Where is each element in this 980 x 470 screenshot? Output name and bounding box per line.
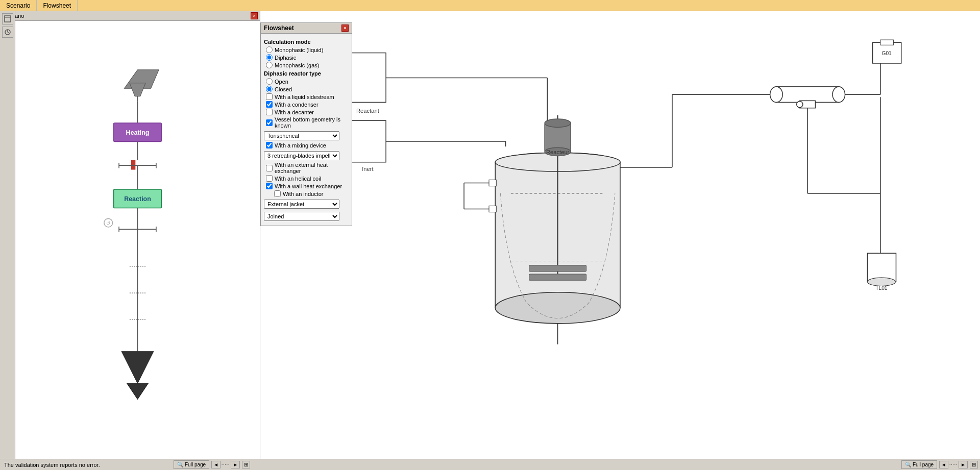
full-page-button-left[interactable]: 🔍 Full page	[174, 460, 209, 469]
scenario-close-button[interactable]: ×	[251, 12, 258, 19]
svg-rect-57	[880, 40, 893, 45]
mixing-device-check[interactable]	[266, 142, 273, 149]
open-label: Open	[275, 79, 288, 85]
helical-coil-label: With an helical coil	[275, 176, 321, 182]
diphasic-type-group: Open Closed	[266, 78, 349, 92]
svg-rect-51	[776, 87, 839, 103]
open-row: Open	[266, 78, 349, 85]
inductor-row: With an inductor	[274, 190, 349, 197]
page-dots-right: ·····	[949, 462, 958, 467]
full-page-button-right[interactable]: 🔍 Full page	[901, 460, 937, 469]
svg-marker-7	[130, 83, 145, 96]
inert-label: Inert	[362, 166, 374, 172]
flowsheet-panel: Reactant Inert	[260, 11, 980, 459]
svg-line-4	[8, 32, 9, 33]
zoom-icon-left: 🔍	[177, 462, 183, 467]
status-right-controls: 🔍 Full page ◄ ····· ► ⊞	[901, 460, 980, 469]
svg-point-44	[545, 119, 571, 127]
svg-rect-70	[489, 206, 496, 212]
inductor-check[interactable]	[274, 190, 281, 197]
monophasic-liquid-label: Monophasic (liquid)	[275, 47, 323, 53]
svg-rect-69	[489, 180, 496, 186]
next-page-left[interactable]: ►	[231, 461, 240, 468]
calc-mode-label: Calculation mode	[264, 39, 349, 45]
liquid-sidestream-check[interactable]	[266, 93, 273, 100]
title-bar: Scenario Flowsheet	[0, 0, 980, 11]
open-radio[interactable]	[266, 78, 273, 85]
condenser-label: With a condenser	[275, 102, 318, 108]
diphasic-label: Diphasic	[275, 55, 296, 61]
monophasic-gas-row: Monophasic (gas)	[266, 62, 349, 68]
decanter-label: With a decanter	[275, 109, 314, 115]
monophasic-gas-radio[interactable]	[266, 62, 273, 68]
main-container: Scenario ×	[0, 11, 980, 459]
jacket-dropdown[interactable]: External jacket Half-pipe jacket	[264, 200, 339, 209]
decanter-check[interactable]	[266, 109, 273, 115]
wall-heat-check[interactable]	[266, 183, 273, 189]
svg-rect-46	[529, 265, 586, 271]
closed-radio[interactable]	[266, 86, 273, 92]
options-group: With a liquid sidestream With a condense…	[266, 93, 349, 129]
external-heat-row: With an external heat exchanger	[266, 162, 349, 174]
monophasic-gas-label: Monophasic (gas)	[275, 62, 319, 68]
reactant-label: Reactant	[356, 108, 380, 114]
flowsheet-settings-body: Calculation mode Monophasic (liquid) Dip…	[261, 34, 352, 226]
diphasic-radio[interactable]	[266, 54, 273, 61]
flowsheet-settings-title: Flowsheet	[264, 24, 294, 32]
mixing-group: With a mixing device	[266, 142, 349, 149]
next-page-right[interactable]: ►	[959, 461, 968, 468]
svg-rect-31	[350, 120, 386, 162]
svg-point-63	[797, 101, 803, 107]
page-nav-right: ◄ ····· ►	[939, 461, 968, 468]
mixing-device-label: With a mixing device	[275, 142, 326, 149]
mixing-device-row: With a mixing device	[266, 142, 349, 149]
svg-marker-28	[127, 383, 149, 399]
external-heat-check[interactable]	[266, 165, 273, 171]
flowsheet-settings-panel: Flowsheet × Calculation mode Monophasic …	[260, 22, 352, 226]
svg-point-53	[832, 87, 845, 103]
prev-page-right[interactable]: ◄	[939, 461, 948, 468]
diphasic-type-label: Diphasic reactor type	[264, 70, 349, 77]
g01-label-text: G01	[881, 51, 892, 56]
flowsheet-settings-header: Flowsheet ×	[261, 23, 352, 34]
helical-coil-check[interactable]	[266, 175, 273, 182]
svg-text:↺: ↺	[106, 220, 110, 226]
svg-marker-27	[121, 352, 153, 383]
closed-row: Closed	[266, 86, 349, 92]
monophasic-liquid-radio[interactable]	[266, 46, 273, 53]
svg-rect-0	[5, 16, 11, 22]
helical-coil-row: With an helical coil	[266, 175, 349, 182]
svg-rect-47	[529, 274, 586, 280]
scenario-diagram: Heating Reaction ↺	[15, 21, 260, 459]
status-bottom-left: 🔍 Full page ◄ ····· ► ⊞	[174, 460, 250, 469]
page-dots-left: ·····	[222, 462, 230, 467]
flowsheet-settings-close[interactable]: ×	[341, 24, 349, 32]
svg-rect-30	[350, 53, 386, 103]
condenser-check[interactable]	[266, 101, 273, 108]
wall-heat-label: With a wall heat exchanger	[275, 183, 342, 189]
inductor-label: With an inductor	[283, 191, 323, 197]
page-nav-left: ◄ ····· ►	[211, 461, 240, 468]
sidebar-btn-2[interactable]	[2, 27, 13, 38]
flowsheet-diagram: Reactant Inert	[260, 11, 980, 459]
flowsheet-title-tab: Flowsheet	[37, 0, 78, 11]
expand-btn-right[interactable]: ⊞	[970, 461, 978, 468]
vessel-bottom-label: Vessel bottom geometry is known	[275, 116, 349, 129]
vessel-bottom-check[interactable]	[266, 119, 273, 126]
heat-exchanger-group: With an external heat exchanger With an …	[266, 162, 349, 197]
diphasic-row: Diphasic	[266, 54, 349, 61]
calc-mode-group: Monophasic (liquid) Diphasic Monophasic …	[266, 46, 349, 68]
liquid-sidestream-row: With a liquid sidestream	[266, 93, 349, 100]
joined-dropdown[interactable]: Joined Welded Bolted	[264, 212, 339, 221]
condenser-row: With a condenser	[266, 101, 349, 108]
sidebar-btn-1[interactable]	[2, 13, 13, 24]
vessel-bottom-dropdown[interactable]: Torispherical Flat Hemispherical Conical	[264, 131, 339, 140]
scenario-panel-header: Scenario ×	[0, 11, 260, 21]
scenario-title-tab: Scenario	[0, 0, 37, 11]
expand-btn-left[interactable]: ⊞	[242, 461, 250, 468]
mixing-dropdown[interactable]: 3 retreating-blades impeller 2 retreatin…	[264, 151, 339, 160]
prev-page-left[interactable]: ◄	[211, 461, 220, 468]
closed-label: Closed	[275, 86, 292, 92]
scenario-canvas: Heating Reaction ↺	[15, 21, 260, 459]
monophasic-liquid-row: Monophasic (liquid)	[266, 46, 349, 53]
